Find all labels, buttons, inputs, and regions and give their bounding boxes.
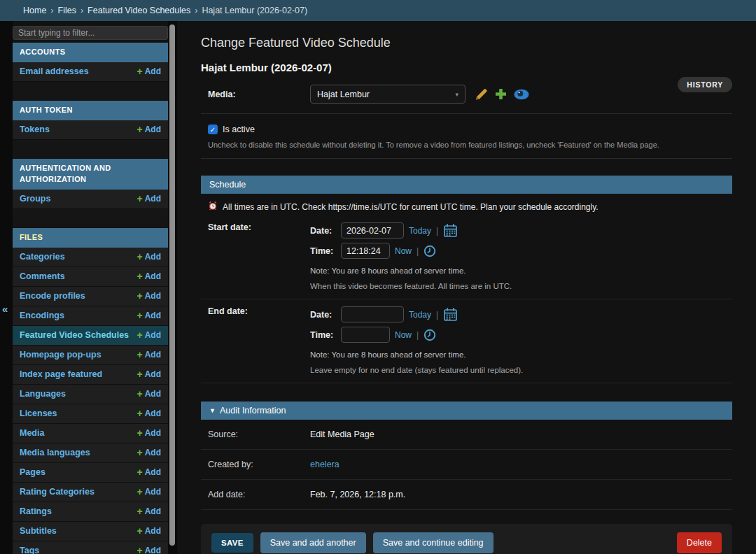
model-link-encodings[interactable]: Encodings xyxy=(20,311,64,320)
end-date-input[interactable] xyxy=(341,306,404,322)
add-link-media-languages[interactable]: +Add xyxy=(136,448,161,457)
model-link-media-languages[interactable]: Media languages xyxy=(20,448,90,457)
model-link-categories[interactable]: Categories xyxy=(20,252,65,262)
breadcrumb-current: Hajat Lembur (2026-02-07) xyxy=(202,6,307,15)
media-select[interactable]: Hajat Lembur ▾ xyxy=(310,85,465,104)
save-button[interactable]: SAVE xyxy=(211,533,253,553)
start-date-help-text: When this video becomes featured. All ti… xyxy=(310,282,512,290)
add-link-languages[interactable]: +Add xyxy=(136,389,161,399)
add-label: Add xyxy=(145,389,161,399)
model-link-groups[interactable]: Groups xyxy=(20,194,50,204)
sidebar-filter-input[interactable] xyxy=(13,26,168,40)
scrollbar-thumb[interactable] xyxy=(169,24,175,546)
source-label: Source: xyxy=(208,429,310,439)
add-label: Add xyxy=(145,546,161,554)
start-time-input[interactable] xyxy=(341,243,390,259)
add-link-subtitles[interactable]: +Add xyxy=(136,526,161,536)
sidebar-section-spacer xyxy=(13,82,168,101)
add-link-encodings[interactable]: +Add xyxy=(136,311,161,320)
model-link-homepage-pop-ups[interactable]: Homepage pop-ups xyxy=(20,350,102,360)
add-label: Add xyxy=(145,66,161,76)
clock-icon[interactable] xyxy=(424,329,436,341)
add-link-rating-categories[interactable]: +Add xyxy=(136,487,161,497)
add-link-ratings[interactable]: +Add xyxy=(136,506,161,516)
add-link-tokens[interactable]: +Add xyxy=(136,125,161,134)
audit-section-header[interactable]: ▼ Audit Information xyxy=(201,402,732,420)
calendar-icon[interactable] xyxy=(443,307,458,322)
add-related-plus-icon[interactable] xyxy=(494,87,507,101)
breadcrumb-home[interactable]: Home xyxy=(23,6,46,15)
add-link-tags[interactable]: +Add xyxy=(136,546,161,554)
audit-module: ▼ Audit Information Source: Edit Media P… xyxy=(201,402,732,510)
end-date-today-link[interactable]: Today xyxy=(409,310,431,320)
add-link-featured-video-schedules[interactable]: +Add xyxy=(136,330,161,340)
breadcrumb-featured-video-schedules[interactable]: Featured Video Schedules xyxy=(88,6,190,15)
start-time-now-link[interactable]: Now xyxy=(395,246,412,256)
start-date-timezone-note: Note: You are 8 hours ahead of server ti… xyxy=(310,267,512,275)
model-link-email-addresses[interactable]: Email addresses xyxy=(20,66,89,76)
model-link-rating-categories[interactable]: Rating Categories xyxy=(20,487,94,497)
edit-pencil-icon[interactable] xyxy=(474,87,488,101)
model-link-encode-profiles[interactable]: Encode profiles xyxy=(20,291,85,301)
start-date-today-link[interactable]: Today xyxy=(409,226,431,236)
end-date-timezone-note: Note: You are 8 hours ahead of server ti… xyxy=(310,350,523,359)
add-link-pages[interactable]: +Add xyxy=(136,467,161,477)
plus-icon: + xyxy=(136,291,142,301)
end-date-date-label: Date: xyxy=(310,310,336,320)
is-active-label: Is active xyxy=(223,125,255,134)
model-link-tokens[interactable]: Tokens xyxy=(20,125,50,134)
model-link-pages[interactable]: Pages xyxy=(20,467,46,477)
add-link-categories[interactable]: +Add xyxy=(136,252,161,262)
created-by-user-link[interactable]: ehelera xyxy=(310,460,340,469)
add-link-homepage-pop-ups[interactable]: +Add xyxy=(136,350,161,360)
sidebar-item-rating-categories: Rating Categories+Add xyxy=(13,483,168,502)
add-label: Add xyxy=(145,448,161,457)
end-time-now-link[interactable]: Now xyxy=(395,330,412,340)
model-link-comments[interactable]: Comments xyxy=(20,271,65,281)
plus-icon: + xyxy=(136,350,142,360)
add-link-media[interactable]: +Add xyxy=(136,428,161,438)
sidebar-item-encodings: Encodings+Add xyxy=(13,306,168,326)
add-link-comments[interactable]: +Add xyxy=(136,271,161,281)
model-link-index-page-featured[interactable]: Index page featured xyxy=(20,369,102,379)
model-link-media[interactable]: Media xyxy=(20,428,44,438)
start-date-input[interactable] xyxy=(341,222,404,239)
is-active-checkbox[interactable]: ✓ xyxy=(208,125,218,134)
chevron-down-icon: ▾ xyxy=(455,91,458,98)
sidebar-item-pages: Pages+Add xyxy=(13,463,168,483)
schedule-section-header: Schedule xyxy=(201,176,732,194)
history-button[interactable]: HISTORY xyxy=(678,77,732,92)
delete-button[interactable]: Delete xyxy=(677,532,722,553)
model-link-subtitles[interactable]: Subtitles xyxy=(20,526,57,536)
separator: | xyxy=(416,330,419,340)
add-link-encode-profiles[interactable]: +Add xyxy=(136,291,161,301)
add-label: Add xyxy=(145,311,161,320)
audit-row-source: Source: Edit Media Page xyxy=(201,420,732,450)
model-link-ratings[interactable]: Ratings xyxy=(20,506,52,516)
add-label: Add xyxy=(145,252,161,262)
breadcrumb: Home › Files › Featured Video Schedules … xyxy=(0,0,756,21)
view-eye-icon[interactable] xyxy=(514,89,529,100)
sidebar-collapse-icon[interactable]: « xyxy=(2,303,8,315)
add-link-licenses[interactable]: +Add xyxy=(136,409,161,418)
model-link-languages[interactable]: Languages xyxy=(20,389,66,399)
separator: | xyxy=(436,226,438,236)
breadcrumb-files[interactable]: Files xyxy=(58,6,76,15)
start-date-time-label: Time: xyxy=(310,246,336,256)
add-link-groups[interactable]: +Add xyxy=(136,194,161,204)
add-label: Add xyxy=(145,271,161,281)
sidebar-section-spacer xyxy=(13,209,168,228)
clock-icon[interactable] xyxy=(424,245,436,257)
media-label: Media: xyxy=(208,90,310,99)
add-link-index-page-featured[interactable]: +Add xyxy=(136,369,161,379)
save-and-continue-editing-button[interactable]: Save and continue editing xyxy=(373,532,493,553)
end-time-input[interactable] xyxy=(341,327,390,343)
save-and-add-another-button[interactable]: Save and add another xyxy=(260,532,366,553)
plus-icon: + xyxy=(136,448,142,457)
model-link-tags[interactable]: Tags xyxy=(20,546,39,554)
model-link-licenses[interactable]: Licenses xyxy=(20,409,57,418)
calendar-icon[interactable] xyxy=(443,223,458,238)
add-link-email-addresses[interactable]: +Add xyxy=(136,66,161,76)
sidebar-item-index-page-featured: Index page featured+Add xyxy=(13,365,168,385)
model-link-featured-video-schedules[interactable]: Featured Video Schedules xyxy=(20,330,129,340)
